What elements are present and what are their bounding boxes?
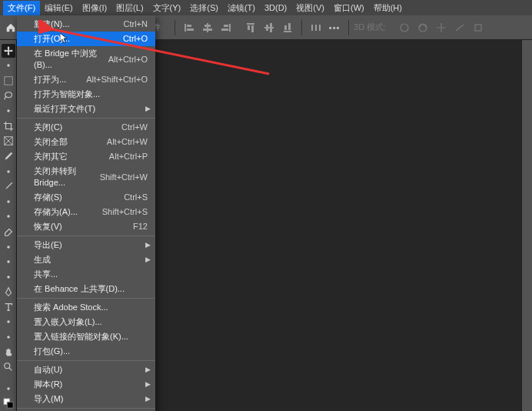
menu-item[interactable]: 在 Behance 上共享(D)...: [17, 282, 155, 296]
artboard-tool[interactable]: [2, 59, 15, 73]
svg-rect-14: [270, 23, 272, 32]
path-select-tool[interactable]: [2, 316, 15, 329]
menu-item[interactable]: 存储为(A)...Shift+Ctrl+S: [17, 205, 155, 219]
menu-shortcut: Ctrl+O: [123, 33, 148, 45]
object-select-tool[interactable]: [2, 104, 15, 118]
svg-point-29: [7, 200, 10, 203]
menu-item[interactable]: 导入(M)▶: [17, 392, 155, 406]
menu-item[interactable]: 关闭全部Alt+Ctrl+W: [17, 135, 155, 149]
menu-item-label: 在 Behance 上共享(D)...: [34, 283, 125, 295]
menu-6[interactable]: 滤镜(T): [223, 1, 260, 15]
svg-point-32: [7, 260, 10, 263]
3d-pan-icon[interactable]: [433, 19, 450, 36]
rectangle-tool[interactable]: [2, 330, 15, 344]
menu-item[interactable]: 存储(S)Ctrl+S: [17, 190, 155, 205]
menu-item[interactable]: 关闭(C)Ctrl+W: [17, 120, 155, 135]
menu-3[interactable]: 图层(L): [111, 1, 148, 15]
menu-item[interactable]: 打包(G)...: [17, 344, 155, 359]
menu-item[interactable]: 关闭其它Alt+Ctrl+P: [17, 149, 155, 164]
align-center-v-icon[interactable]: [261, 19, 278, 36]
3d-roll-icon[interactable]: [414, 19, 431, 36]
edit-toolbar[interactable]: [2, 382, 15, 396]
menu-item[interactable]: 脚本(R)▶: [17, 377, 155, 392]
menu-item[interactable]: 新建(N)...Ctrl+N: [17, 17, 155, 32]
menu-item-label: 在 Bridge 中浏览(B)...: [34, 48, 108, 71]
submenu-arrow-icon: ▶: [145, 379, 151, 390]
menu-0[interactable]: 文件(F): [3, 1, 40, 15]
move-tool[interactable]: [2, 44, 15, 58]
menu-2[interactable]: 图像(I): [78, 1, 111, 15]
zoom-tool[interactable]: [2, 360, 15, 374]
menu-5[interactable]: 选择(S): [185, 1, 223, 15]
menu-item[interactable]: 生成▶: [17, 252, 155, 267]
submenu-arrow-icon: ▶: [145, 254, 151, 266]
3d-orbit-icon[interactable]: [396, 19, 413, 36]
eraser-tool[interactable]: [2, 225, 15, 239]
menu-item-label: 存储(S): [34, 192, 62, 203]
menu-item[interactable]: 搜索 Adobe Stock...: [17, 300, 155, 315]
foreground-background[interactable]: [2, 397, 15, 411]
brush-tool[interactable]: [2, 179, 15, 193]
svg-rect-12: [264, 27, 274, 28]
menu-shortcut: Alt+Ctrl+W: [107, 136, 148, 148]
3d-scale-icon[interactable]: [470, 19, 487, 36]
menu-item[interactable]: 置入嵌入对象(L)...: [17, 315, 155, 329]
align-right-icon[interactable]: [218, 19, 234, 36]
crop-tool[interactable]: [2, 119, 15, 133]
gradient-tool[interactable]: [2, 240, 15, 254]
menu-7[interactable]: 3D(D): [260, 2, 291, 14]
menu-item[interactable]: 导出(E)▶: [17, 238, 155, 252]
menu-1[interactable]: 编辑(E): [40, 1, 78, 15]
menu-item[interactable]: 恢复(V)F12: [17, 219, 155, 234]
svg-rect-16: [284, 25, 287, 30]
menu-item[interactable]: 打开为智能对象...: [17, 87, 155, 102]
menu-item[interactable]: 最近打开文件(T)▶: [17, 102, 155, 116]
menu-item-label: 置入嵌入对象(L)...: [34, 316, 102, 328]
hand-tool[interactable]: [2, 346, 15, 359]
clone-stamp-tool[interactable]: [2, 195, 15, 209]
lasso-tool[interactable]: [2, 89, 15, 103]
history-brush-tool[interactable]: [2, 210, 15, 224]
pen-tool[interactable]: [2, 286, 15, 299]
submenu-arrow-icon: ▶: [145, 239, 151, 251]
menu-item-label: 生成: [34, 254, 51, 266]
svg-rect-2: [187, 28, 194, 31]
dodge-tool[interactable]: [2, 270, 15, 284]
3d-slide-icon[interactable]: [451, 19, 468, 36]
svg-rect-19: [315, 25, 317, 31]
more-align-icon[interactable]: •••: [326, 19, 343, 36]
menu-8[interactable]: 视图(V): [291, 1, 329, 15]
align-left-icon[interactable]: [181, 19, 198, 36]
svg-rect-18: [311, 25, 313, 31]
separator: [301, 20, 302, 35]
svg-rect-10: [248, 25, 250, 30]
type-tool[interactable]: [2, 300, 15, 314]
marquee-tool[interactable]: [2, 74, 15, 88]
svg-point-31: [7, 246, 10, 249]
menu-item-label: 最近打开文件(T): [34, 103, 95, 115]
menu-item[interactable]: 关闭并转到 Bridge...Shift+Ctrl+W: [17, 164, 155, 190]
align-top-icon[interactable]: [242, 19, 259, 36]
distribute-h-icon[interactable]: [308, 19, 324, 36]
right-panel-collapsed[interactable]: [521, 40, 532, 411]
separator: [175, 20, 175, 35]
menu-item[interactable]: 共享...: [17, 267, 155, 282]
blur-tool[interactable]: [2, 255, 15, 269]
frame-tool[interactable]: [2, 135, 15, 149]
svg-point-28: [7, 170, 10, 173]
menu-item[interactable]: 置入链接的智能对象(K)...: [17, 329, 155, 344]
align-bottom-icon[interactable]: [279, 19, 296, 36]
menu-item[interactable]: 自动(U)▶: [17, 363, 155, 377]
menu-item[interactable]: 在 Bridge 中浏览(B)...Alt+Ctrl+O: [17, 46, 155, 72]
menu-item[interactable]: 打开为...Alt+Shift+Ctrl+O: [17, 72, 155, 87]
menu-item[interactable]: 打开(O)...Ctrl+O: [17, 32, 155, 46]
menu-10[interactable]: 帮助(H): [369, 1, 407, 15]
align-center-h-icon[interactable]: [199, 19, 216, 36]
svg-rect-8: [221, 28, 228, 31]
menu-4[interactable]: 文字(Y): [148, 1, 186, 15]
home-button[interactable]: [5, 22, 17, 34]
submenu-arrow-icon: ▶: [145, 103, 151, 115]
menu-9[interactable]: 窗口(W): [329, 1, 369, 15]
eyedropper-tool[interactable]: [2, 149, 15, 163]
healing-brush-tool[interactable]: [2, 165, 15, 179]
